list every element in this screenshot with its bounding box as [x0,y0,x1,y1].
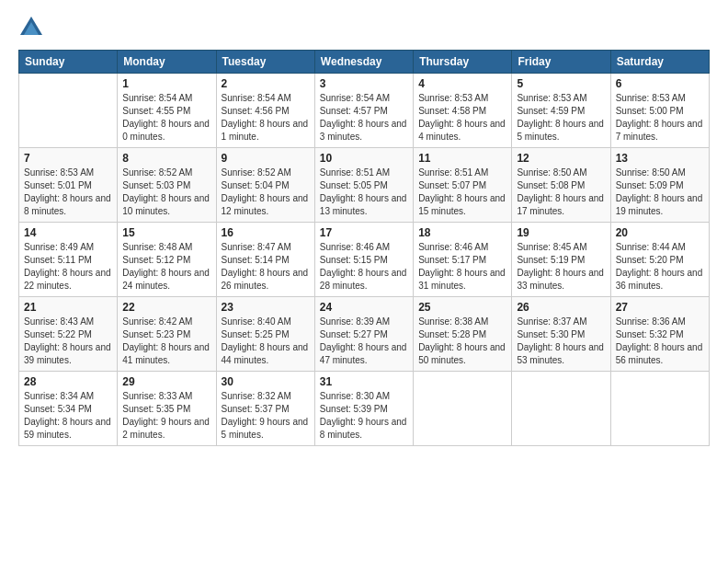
calendar-cell: 26Sunrise: 8:37 AM Sunset: 5:30 PM Dayli… [512,297,610,372]
day-info: Sunrise: 8:46 AM Sunset: 5:17 PM Dayligh… [418,241,506,293]
logo [18,15,48,40]
day-info: Sunrise: 8:48 AM Sunset: 5:12 PM Dayligh… [122,241,210,293]
day-number: 29 [122,375,210,388]
calendar-cell [610,372,709,446]
day-number: 12 [517,152,605,165]
calendar-cell: 13Sunrise: 8:50 AM Sunset: 5:09 PM Dayli… [610,148,709,223]
day-number: 9 [222,152,310,165]
day-info: Sunrise: 8:50 AM Sunset: 5:09 PM Dayligh… [616,167,704,218]
calendar-cell: 10Sunrise: 8:51 AM Sunset: 5:05 PM Dayli… [314,148,413,223]
day-number: 21 [24,301,112,314]
day-info: Sunrise: 8:33 AM Sunset: 5:35 PM Dayligh… [122,390,210,442]
calendar-cell: 12Sunrise: 8:50 AM Sunset: 5:08 PM Dayli… [512,148,610,223]
calendar-cell: 23Sunrise: 8:40 AM Sunset: 5:25 PM Dayli… [216,297,314,372]
weekday-header-saturday: Saturday [610,51,709,74]
day-number: 14 [24,226,112,239]
calendar-cell: 8Sunrise: 8:52 AM Sunset: 5:03 PM Daylig… [118,148,216,223]
calendar-cell: 24Sunrise: 8:39 AM Sunset: 5:27 PM Dayli… [314,297,413,372]
calendar-cell [19,74,118,148]
week-row-1: 7Sunrise: 8:53 AM Sunset: 5:01 PM Daylig… [19,148,710,223]
calendar-cell: 25Sunrise: 8:38 AM Sunset: 5:28 PM Dayli… [414,297,512,372]
day-number: 10 [320,152,408,165]
day-info: Sunrise: 8:36 AM Sunset: 5:32 PM Dayligh… [616,316,704,367]
day-number: 6 [616,77,704,90]
calendar-cell [414,372,512,446]
day-number: 8 [122,152,210,165]
calendar-cell: 9Sunrise: 8:52 AM Sunset: 5:04 PM Daylig… [216,148,314,223]
day-info: Sunrise: 8:54 AM Sunset: 4:56 PM Dayligh… [222,92,310,144]
calendar-cell: 5Sunrise: 8:53 AM Sunset: 4:59 PM Daylig… [512,74,610,148]
day-info: Sunrise: 8:52 AM Sunset: 5:03 PM Dayligh… [122,167,210,218]
calendar-cell: 19Sunrise: 8:45 AM Sunset: 5:19 PM Dayli… [512,223,610,297]
calendar-cell: 1Sunrise: 8:54 AM Sunset: 4:55 PM Daylig… [118,74,216,148]
day-number: 27 [616,301,704,314]
header [18,15,710,40]
day-number: 24 [320,301,408,314]
calendar-cell: 18Sunrise: 8:46 AM Sunset: 5:17 PM Dayli… [414,223,512,297]
calendar-cell: 21Sunrise: 8:43 AM Sunset: 5:22 PM Dayli… [19,297,118,372]
day-number: 28 [24,375,112,388]
logo-icon [18,15,44,40]
day-info: Sunrise: 8:39 AM Sunset: 5:27 PM Dayligh… [320,316,408,367]
calendar-cell: 29Sunrise: 8:33 AM Sunset: 5:35 PM Dayli… [118,372,216,446]
weekday-header-wednesday: Wednesday [314,51,413,74]
day-info: Sunrise: 8:42 AM Sunset: 5:23 PM Dayligh… [122,316,210,367]
day-info: Sunrise: 8:50 AM Sunset: 5:08 PM Dayligh… [517,167,605,218]
day-info: Sunrise: 8:53 AM Sunset: 5:01 PM Dayligh… [24,167,112,218]
day-number: 13 [616,152,704,165]
day-info: Sunrise: 8:51 AM Sunset: 5:05 PM Dayligh… [320,167,408,218]
week-row-2: 14Sunrise: 8:49 AM Sunset: 5:11 PM Dayli… [19,223,710,297]
day-info: Sunrise: 8:45 AM Sunset: 5:19 PM Dayligh… [517,241,605,293]
calendar-cell: 30Sunrise: 8:32 AM Sunset: 5:37 PM Dayli… [216,372,314,446]
calendar-table: SundayMondayTuesdayWednesdayThursdayFrid… [18,50,710,446]
day-number: 1 [122,77,210,90]
day-info: Sunrise: 8:37 AM Sunset: 5:30 PM Dayligh… [517,316,605,367]
day-info: Sunrise: 8:30 AM Sunset: 5:39 PM Dayligh… [320,390,408,442]
day-number: 5 [517,77,605,90]
day-info: Sunrise: 8:53 AM Sunset: 4:58 PM Dayligh… [418,92,506,144]
calendar-cell: 7Sunrise: 8:53 AM Sunset: 5:01 PM Daylig… [19,148,118,223]
weekday-header-sunday: Sunday [19,51,118,74]
calendar-cell: 14Sunrise: 8:49 AM Sunset: 5:11 PM Dayli… [19,223,118,297]
calendar-cell: 6Sunrise: 8:53 AM Sunset: 5:00 PM Daylig… [610,74,709,148]
calendar-cell: 4Sunrise: 8:53 AM Sunset: 4:58 PM Daylig… [414,74,512,148]
day-number: 19 [517,226,605,239]
day-number: 30 [222,375,310,388]
weekday-header-monday: Monday [118,51,216,74]
weekday-header-thursday: Thursday [414,51,512,74]
calendar-cell: 11Sunrise: 8:51 AM Sunset: 5:07 PM Dayli… [414,148,512,223]
weekday-header-friday: Friday [512,51,610,74]
day-info: Sunrise: 8:38 AM Sunset: 5:28 PM Dayligh… [418,316,506,367]
day-number: 17 [320,226,408,239]
day-info: Sunrise: 8:34 AM Sunset: 5:34 PM Dayligh… [24,390,112,442]
day-info: Sunrise: 8:53 AM Sunset: 4:59 PM Dayligh… [517,92,605,144]
day-info: Sunrise: 8:54 AM Sunset: 4:57 PM Dayligh… [320,92,408,144]
day-info: Sunrise: 8:49 AM Sunset: 5:11 PM Dayligh… [24,241,112,293]
day-number: 22 [122,301,210,314]
calendar-cell: 15Sunrise: 8:48 AM Sunset: 5:12 PM Dayli… [118,223,216,297]
calendar-cell: 3Sunrise: 8:54 AM Sunset: 4:57 PM Daylig… [314,74,413,148]
day-number: 15 [122,226,210,239]
day-number: 16 [222,226,310,239]
week-row-3: 21Sunrise: 8:43 AM Sunset: 5:22 PM Dayli… [19,297,710,372]
weekday-header-tuesday: Tuesday [216,51,314,74]
weekday-header-row: SundayMondayTuesdayWednesdayThursdayFrid… [19,51,710,74]
calendar-cell: 17Sunrise: 8:46 AM Sunset: 5:15 PM Dayli… [314,223,413,297]
day-info: Sunrise: 8:44 AM Sunset: 5:20 PM Dayligh… [616,241,704,293]
day-info: Sunrise: 8:51 AM Sunset: 5:07 PM Dayligh… [418,167,506,218]
day-number: 20 [616,226,704,239]
day-number: 23 [222,301,310,314]
calendar-cell: 28Sunrise: 8:34 AM Sunset: 5:34 PM Dayli… [19,372,118,446]
calendar-cell [512,372,610,446]
calendar-cell: 16Sunrise: 8:47 AM Sunset: 5:14 PM Dayli… [216,223,314,297]
day-number: 11 [418,152,506,165]
week-row-0: 1Sunrise: 8:54 AM Sunset: 4:55 PM Daylig… [19,74,710,148]
day-number: 18 [418,226,506,239]
day-info: Sunrise: 8:47 AM Sunset: 5:14 PM Dayligh… [222,241,310,293]
day-number: 7 [24,152,112,165]
day-number: 26 [517,301,605,314]
day-number: 3 [320,77,408,90]
day-info: Sunrise: 8:40 AM Sunset: 5:25 PM Dayligh… [222,316,310,367]
day-number: 25 [418,301,506,314]
day-number: 31 [320,375,408,388]
